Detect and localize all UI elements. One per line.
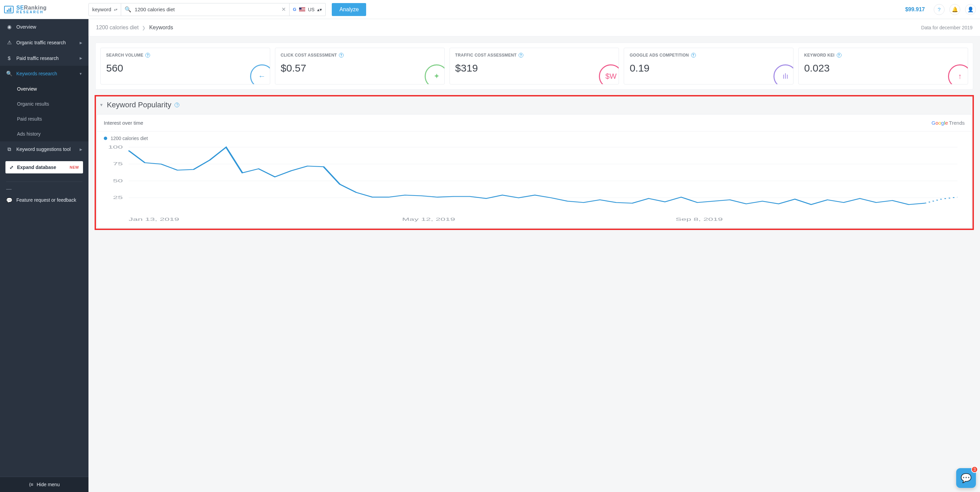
help-icon[interactable]: ? xyxy=(339,53,344,58)
gauge-icon: ◉ xyxy=(6,24,12,30)
sidebar-item-organic-traffic[interactable]: ⚠ Organic traffic research ▶ xyxy=(0,35,89,50)
dollar-icon: $ xyxy=(6,55,12,61)
expand-db-label: Expand database xyxy=(17,165,56,170)
legend-dot-icon xyxy=(104,137,107,140)
metric-value: 560 xyxy=(106,62,264,74)
logo-text: SERanking RESEARCH xyxy=(16,5,47,14)
svg-text:Sep 8, 2019: Sep 8, 2019 xyxy=(675,217,723,222)
search-bar: keyword ▴▾ 🔍 ✕ G US ▴▾ xyxy=(89,3,326,16)
data-for-label: Data for december 2019 xyxy=(921,25,972,30)
help-icon[interactable]: ? xyxy=(519,53,523,58)
trend-chart: 255075100 Jan 13, 2019May 12, 2019Sep 8,… xyxy=(104,144,965,223)
search-icon: 🔍 xyxy=(124,6,131,13)
fab-badge: 3 xyxy=(971,466,978,473)
chevron-right-icon: ▶ xyxy=(80,41,82,45)
chat-bubble-icon: 💬 xyxy=(961,473,972,484)
sidebar-item-label: Paid traffic research xyxy=(16,56,59,61)
sidebar-item-label: Organic traffic research xyxy=(16,40,66,45)
sidebar-sub-ads-history[interactable]: Ads history xyxy=(0,126,89,141)
sidebar: ◉ Overview ⚠ Organic traffic research ▶ … xyxy=(0,19,89,492)
svg-text:50: 50 xyxy=(113,179,123,183)
breadcrumb-current: Keywords xyxy=(149,24,173,31)
metric-card[interactable]: CLICK COST ASSESSMENT?$0.57✦ xyxy=(275,48,445,85)
sidebar-item-keywords-research[interactable]: 🔍 Keywords research ▼ xyxy=(0,66,89,81)
clear-icon[interactable]: ✕ xyxy=(282,6,286,13)
metric-value: $319 xyxy=(455,62,614,74)
divider-dash: — xyxy=(0,186,89,192)
chevron-updown-icon: ▴▾ xyxy=(317,7,322,12)
search-mode-label: keyword xyxy=(92,6,111,12)
metric-label: CLICK COST ASSESSMENT? xyxy=(281,53,439,58)
search-input[interactable] xyxy=(135,6,278,12)
google-icon: G xyxy=(293,7,296,12)
feedback-label: Feature request or feedback xyxy=(16,197,76,204)
sidebar-sub-paid-results[interactable]: Paid results xyxy=(0,112,89,126)
expand-database-button[interactable]: ⤢ Expand database NEW xyxy=(5,161,83,173)
sidebar-item-overview[interactable]: ◉ Overview xyxy=(0,19,89,35)
metric-value: $0.57 xyxy=(281,62,439,74)
warning-icon: ⚠ xyxy=(6,40,12,46)
collapse-icon: ⟨≡ xyxy=(29,482,33,487)
logo-mark-icon xyxy=(4,6,14,13)
hide-menu-button[interactable]: ⟨≡ Hide menu xyxy=(0,477,89,492)
metric-label: KEYWORD KEI? xyxy=(804,53,962,58)
country-code: US xyxy=(308,7,314,12)
country-select[interactable]: G US ▴▾ xyxy=(290,3,326,16)
breadcrumb-link[interactable]: 1200 calories diet xyxy=(96,24,138,31)
list-icon: ⧉ xyxy=(6,146,12,152)
sidebar-item-label: Keyword suggestions tool xyxy=(16,147,71,152)
google-trends-logo: Google Trends xyxy=(931,120,965,126)
expand-icon: ⤢ xyxy=(10,165,14,170)
chevron-updown-icon: ▴▾ xyxy=(114,8,118,11)
brand-logo[interactable]: SERanking RESEARCH xyxy=(4,5,86,14)
caret-down-icon[interactable]: ▼ xyxy=(99,102,103,107)
help-icon[interactable]: ? xyxy=(175,102,179,107)
svg-text:May 12, 2019: May 12, 2019 xyxy=(402,217,455,222)
svg-text:Jan 13, 2019: Jan 13, 2019 xyxy=(129,217,179,222)
help-icon[interactable]: ? xyxy=(837,53,842,58)
help-icon[interactable]: ? xyxy=(145,53,150,58)
analyze-button[interactable]: Analyze xyxy=(332,3,366,16)
chevron-right-icon: ▶ xyxy=(80,147,82,151)
svg-text:25: 25 xyxy=(113,196,123,200)
help-button[interactable]: ? xyxy=(934,4,945,15)
chat-fab[interactable]: 💬 3 xyxy=(956,468,976,488)
sidebar-sub-overview[interactable]: Overview xyxy=(0,81,89,96)
metric-label: TRAFFIC COST ASSESSMENT? xyxy=(455,53,614,58)
metric-label: GOOGLE ADS COMPETITION? xyxy=(630,53,788,58)
chat-icon: 💬 xyxy=(6,197,12,204)
sidebar-item-keyword-suggestions[interactable]: ⧉ Keyword suggestions tool ▶ xyxy=(0,141,89,157)
chevron-right-icon: ❯ xyxy=(142,25,146,30)
sidebar-item-paid-traffic[interactable]: $ Paid traffic research ▶ xyxy=(0,50,89,66)
notifications-button[interactable]: 🔔 xyxy=(950,4,960,15)
chevron-down-icon: ▼ xyxy=(79,72,82,76)
metric-card[interactable]: GOOGLE ADS COMPETITION?0.19ılı xyxy=(624,48,794,85)
search-icon: 🔍 xyxy=(6,70,12,77)
hide-menu-label: Hide menu xyxy=(37,482,60,487)
metric-value: 0.023 xyxy=(804,62,962,74)
panel-title: Keyword Popularity xyxy=(107,101,172,109)
feedback-link[interactable]: 💬 Feature request or feedback xyxy=(0,192,89,209)
help-icon[interactable]: ? xyxy=(691,53,696,58)
metric-card[interactable]: SEARCH VOLUME?560← xyxy=(100,48,270,85)
profile-button[interactable]: 👤 xyxy=(965,4,976,15)
search-mode-select[interactable]: keyword ▴▾ xyxy=(89,3,121,16)
main: 1200 calories diet ❯ Keywords Data for d… xyxy=(89,19,980,492)
breadcrumb: 1200 calories diet ❯ Keywords Data for d… xyxy=(89,19,980,37)
keyword-popularity-panel: ▼ Keyword Popularity ? Interest over tim… xyxy=(95,96,973,229)
metric-cards-wrap: SEARCH VOLUME?560←CLICK COST ASSESSMENT?… xyxy=(95,43,973,89)
chart-card: Interest over time Google Trends 1200 ca… xyxy=(97,114,972,228)
balance[interactable]: $99.917 xyxy=(905,6,925,13)
chart-subtitle: Interest over time xyxy=(104,120,143,126)
chart-legend: 1200 calories diet xyxy=(97,131,972,142)
sidebar-item-label: Keywords research xyxy=(16,71,57,76)
new-badge: NEW xyxy=(70,165,79,169)
legend-label: 1200 calories diet xyxy=(111,136,148,141)
metric-label: SEARCH VOLUME? xyxy=(106,53,264,58)
metric-value: 0.19 xyxy=(630,62,788,74)
sidebar-sub-organic-results[interactable]: Organic results xyxy=(0,96,89,112)
metric-card[interactable]: KEYWORD KEI?0.023↑ xyxy=(798,48,968,85)
svg-text:75: 75 xyxy=(113,162,123,166)
metric-card[interactable]: TRAFFIC COST ASSESSMENT?$319$W xyxy=(450,48,619,85)
svg-text:100: 100 xyxy=(108,145,123,149)
